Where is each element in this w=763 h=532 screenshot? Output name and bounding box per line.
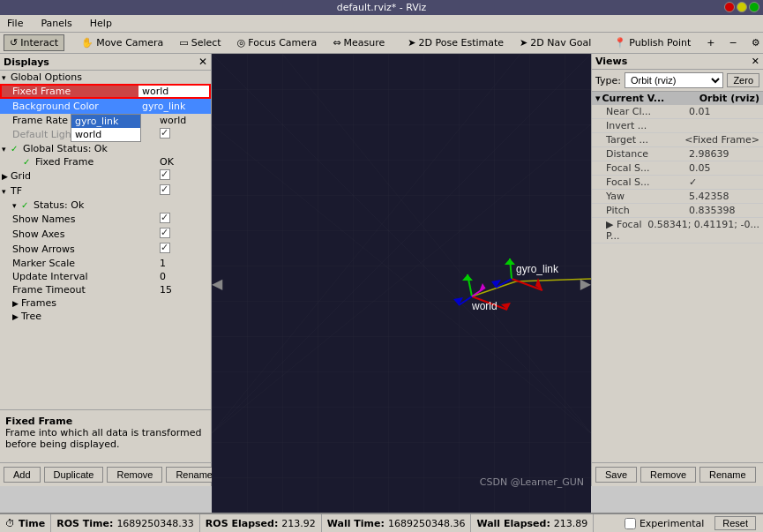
toolbar-settings-button[interactable]: ⚙: [745, 34, 763, 51]
tool-nav-goal[interactable]: ➤ 2D Nav Goal: [513, 34, 597, 51]
update-interval-row[interactable]: Update Interval 0: [0, 270, 211, 283]
viewport-arrow-right[interactable]: ▶: [580, 275, 591, 292]
app-window: default.rviz* - RViz File Panels Help ↺ …: [0, 0, 763, 532]
show-axes-checkbox[interactable]: [160, 228, 170, 238]
menu-bar: File Panels Help: [0, 15, 763, 33]
menu-file[interactable]: File: [4, 17, 26, 30]
add-button[interactable]: Add: [4, 467, 41, 483]
views-panel-close[interactable]: ✕: [752, 56, 759, 67]
prop-pitch: Pitch 0.835398: [592, 204, 763, 218]
background-color-value[interactable]: gyro_link: [138, 100, 209, 113]
prop-invert-name: Invert ...: [606, 120, 689, 131]
ros-elapsed-section: ROS Elapsed: 213.92: [200, 514, 322, 532]
displays-bottom-buttons: Add Duplicate Remove Rename: [0, 462, 211, 486]
toolbar-minus-button[interactable]: −: [723, 34, 744, 51]
view-type-select[interactable]: Orbit (rviz): [625, 72, 723, 88]
update-interval-value: 0: [156, 271, 209, 282]
tool-measure[interactable]: ⇔ Measure: [326, 34, 391, 51]
tool-select[interactable]: ▭ Select: [173, 34, 227, 51]
frame-timeout-row[interactable]: Frame Timeout 15: [0, 283, 211, 296]
dropdown-item-gyro-link[interactable]: gyro_link: [71, 115, 140, 128]
views-remove-button[interactable]: Remove: [640, 467, 696, 483]
maximize-button[interactable]: [749, 2, 759, 12]
views-panel-header: Views ✕: [592, 54, 763, 70]
remove-button[interactable]: Remove: [107, 467, 162, 483]
menu-help[interactable]: Help: [86, 17, 116, 30]
grid-arrow: ▶: [2, 172, 11, 181]
global-status-row[interactable]: ▾ ✓ Global Status: Ok: [0, 142, 211, 155]
dropdown-item-world[interactable]: world: [71, 128, 140, 141]
description-title: Fixed Frame: [5, 416, 206, 427]
fixed-frame-value[interactable]: world: [138, 85, 209, 98]
update-interval-label: Update Interval: [12, 271, 156, 282]
tool-focus-camera[interactable]: ◎ Focus Camera: [231, 34, 324, 51]
tool-publish-point[interactable]: 📍 Publish Point: [608, 34, 697, 51]
background-color-label: Background Color: [12, 101, 138, 112]
ros-elapsed-value: 213.92: [281, 518, 316, 529]
measure-icon: ⇔: [333, 37, 340, 49]
views-rename-button[interactable]: Rename: [699, 467, 756, 483]
prop-yaw-value: 5.42358: [689, 191, 759, 202]
tf-status-arrow: ▾: [12, 201, 21, 210]
tool-interact[interactable]: ↺ Interact: [4, 34, 64, 51]
zero-button[interactable]: Zero: [727, 73, 759, 87]
interact-icon: ↺: [10, 37, 18, 49]
tool-measure-label: Measure: [344, 37, 385, 49]
displays-panel-header: Displays ✕: [0, 54, 211, 71]
frames-row[interactable]: ▶ Frames: [0, 296, 211, 310]
focus-camera-icon: ◎: [237, 37, 246, 49]
show-names-checkbox[interactable]: [160, 213, 170, 223]
toolbar-plus-button[interactable]: +: [700, 34, 721, 51]
prop-near-clip: Near Cl... 0.01: [592, 105, 763, 119]
views-save-button[interactable]: Save: [595, 467, 637, 483]
duplicate-button[interactable]: Duplicate: [44, 467, 104, 483]
fixed-frame-row[interactable]: Fixed Frame world: [0, 84, 211, 99]
tf-row[interactable]: ▾ TF: [0, 184, 211, 199]
marker-scale-row[interactable]: Marker Scale 1: [0, 257, 211, 270]
tf-status-label: Status: Ok: [34, 199, 209, 211]
tree-row[interactable]: ▶ Tree: [0, 310, 211, 323]
frame-rate-value: world: [156, 115, 209, 126]
tf-status-row[interactable]: ▾ ✓ Status: Ok: [0, 199, 211, 212]
viewport-arrow-left[interactable]: ◀: [212, 275, 222, 292]
tool-move-camera[interactable]: ✋ Move Camera: [75, 34, 169, 51]
toolbar: ↺ Interact ✋ Move Camera ▭ Select ◎ Focu…: [0, 33, 763, 54]
views-panel-title: Views: [595, 56, 627, 67]
close-button[interactable]: [724, 2, 735, 12]
svg-marker-20: [505, 259, 515, 265]
displays-panel-close[interactable]: ✕: [198, 56, 207, 68]
views-bottom-buttons: Save Remove Rename: [592, 462, 763, 486]
tf-visualization: world gyro_link: [212, 54, 591, 513]
default-light-checkbox[interactable]: [160, 128, 170, 139]
show-names-row[interactable]: Show Names: [0, 212, 211, 227]
wall-time-value: 1689250348.36: [388, 518, 465, 529]
prop-focal-s1: Focal S... 0.05: [592, 161, 763, 176]
grid-checkbox[interactable]: [160, 169, 170, 180]
current-view-section[interactable]: ▾ Current V... Orbit (rviz): [592, 92, 763, 105]
show-axes-row[interactable]: Show Axes: [0, 227, 211, 242]
global-options-arrow: ▾: [2, 73, 11, 82]
tf-checkbox[interactable]: [160, 184, 170, 195]
prop-invert: Invert ...: [592, 119, 763, 133]
frames-label: Frames: [21, 297, 209, 309]
viewport[interactable]: world gyro_link ◀ ▶ CSDN @Learner_GUN: [212, 54, 591, 513]
grid-row[interactable]: ▶ Grid: [0, 169, 211, 184]
show-arrows-row[interactable]: Show Arrows: [0, 242, 211, 257]
global-status-fixed-frame-row[interactable]: ✓ Fixed Frame OK: [0, 155, 211, 169]
experimental-checkbox[interactable]: [625, 518, 636, 529]
svg-text:gyro_link: gyro_link: [516, 263, 559, 275]
content-area: Displays ✕ ▾ Global Options Fixed Frame …: [0, 54, 763, 513]
show-arrows-checkbox[interactable]: [160, 243, 170, 253]
tool-pose-estimate[interactable]: ➤ 2D Pose Estimate: [401, 34, 510, 51]
tool-nav-goal-label: 2D Nav Goal: [530, 37, 591, 49]
reset-button[interactable]: Reset: [714, 516, 756, 530]
menu-panels[interactable]: Panels: [37, 17, 75, 30]
tree-label: Tree: [21, 311, 209, 322]
fixed-frame-status-label: Fixed Frame: [35, 156, 156, 168]
background-color-row[interactable]: Background Color gyro_link: [0, 99, 211, 114]
nav-goal-icon: ➤: [520, 37, 527, 49]
section-global-options[interactable]: ▾ Global Options: [0, 71, 211, 84]
show-axes-value: [156, 228, 209, 241]
minimize-button[interactable]: [737, 2, 747, 12]
prop-yaw: Yaw 5.42358: [592, 190, 763, 204]
